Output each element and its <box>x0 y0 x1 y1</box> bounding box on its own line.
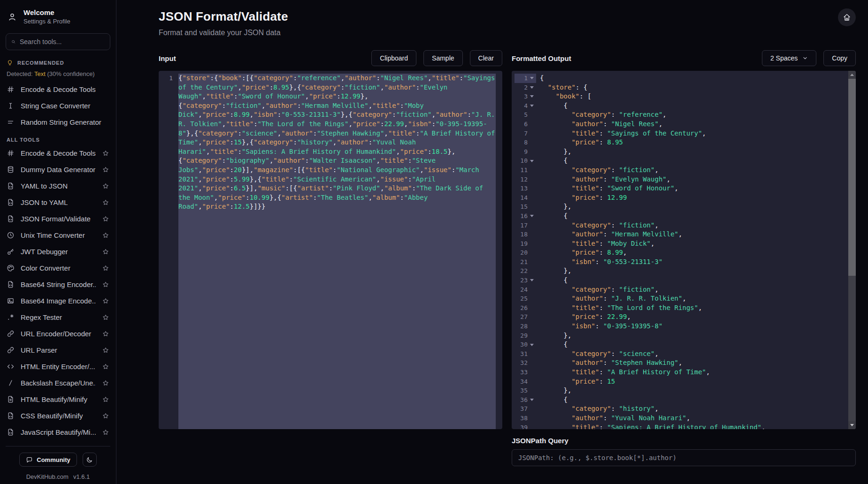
indent-select-value: 2 Spaces <box>770 54 798 62</box>
profile-subtitle: Settings & Profile <box>23 18 70 25</box>
clear-button[interactable]: Clear <box>470 50 502 66</box>
sidebar-item-label: YAML to JSON <box>21 182 96 190</box>
sidebar-item[interactable]: Backslash Escape/Une... <box>6 375 110 391</box>
collapse-chevron-icon[interactable] <box>528 83 536 92</box>
output-line-number: 19 <box>515 239 528 249</box>
sidebar-item[interactable]: JWT Debugger <box>6 243 110 260</box>
star-icon[interactable] <box>102 314 109 321</box>
sidebar-item[interactable]: JSON to YAML <box>6 194 110 211</box>
collapse-chevron-icon[interactable] <box>528 212 536 221</box>
star-icon[interactable] <box>102 396 109 403</box>
file-code-icon <box>7 215 15 223</box>
community-button[interactable]: Community <box>19 453 77 467</box>
collapse-chevron-icon[interactable] <box>528 395 536 405</box>
database-icon <box>7 166 15 174</box>
star-icon[interactable] <box>102 232 109 239</box>
sidebar-item[interactable]: CSS Beautify/Minify <box>6 408 110 424</box>
sidebar-item[interactable]: HTML Beautify/Minify <box>6 391 110 408</box>
sample-button[interactable]: Sample <box>423 50 462 66</box>
sidebar-item[interactable]: Base64 String Encoder... <box>6 276 110 293</box>
sidebar-item[interactable]: Encode & Decode Tools <box>6 145 110 161</box>
slash-icon <box>7 379 15 387</box>
star-icon[interactable] <box>102 412 109 420</box>
detected-info: Detected: Text (30% confidence) <box>6 70 110 77</box>
sidebar-item[interactable]: String Case Converter <box>6 98 110 114</box>
file-code-icon <box>7 280 15 288</box>
sidebar-item-label: String Case Converter <box>21 102 109 110</box>
output-line: 2 "store": { <box>515 83 856 92</box>
star-icon[interactable] <box>102 379 109 387</box>
output-line-number: 9 <box>515 147 528 157</box>
output-scrollbar[interactable] <box>848 71 856 429</box>
sidebar-item[interactable]: URL Encoder/Decoder <box>6 325 110 342</box>
sidebar-item-label: Base64 String Encoder... <box>21 280 96 288</box>
output-line-number: 4 <box>515 101 528 111</box>
sidebar-item-label: Encode & Decode Tools <box>21 149 96 157</box>
profile-button[interactable]: Welcome Settings & Profile <box>6 8 110 26</box>
star-icon[interactable] <box>102 330 109 338</box>
chevron-down-icon <box>802 55 808 61</box>
sidebar-item[interactable]: Random String Generator <box>6 114 110 130</box>
star-icon[interactable] <box>102 150 109 157</box>
indent-select[interactable]: 2 Spaces <box>762 50 816 66</box>
sidebar-item[interactable]: Dummy Data Generator <box>6 161 110 178</box>
output-line: 35 }, <box>515 386 856 395</box>
sidebar-item-label: Color Converter <box>21 264 96 272</box>
star-icon[interactable] <box>102 199 109 206</box>
sidebar-item[interactable]: Color Converter <box>6 260 110 276</box>
output-line: 23 { <box>515 276 856 285</box>
output-line: 14 "price": 12.99 <box>515 193 856 203</box>
star-icon[interactable] <box>102 182 109 190</box>
sidebar-item[interactable]: Encode & Decode Tools <box>6 81 110 98</box>
page-subtitle: Format and validate your JSON data <box>159 28 856 38</box>
collapse-chevron-icon[interactable] <box>528 276 536 285</box>
sidebar-item[interactable]: YAML to JSON <box>6 178 110 194</box>
collapse-chevron-icon[interactable] <box>528 74 536 83</box>
scroll-up-button[interactable] <box>848 71 856 79</box>
sidebar-item[interactable]: Unix Time Converter <box>6 227 110 243</box>
recommended-header-label: RECOMMENDED <box>17 60 64 66</box>
sidebar-item[interactable]: HTML Entity Encoder/... <box>6 358 110 375</box>
home-button[interactable] <box>838 8 856 26</box>
star-icon[interactable] <box>102 215 109 223</box>
scrollbar-thumb[interactable] <box>848 79 856 276</box>
star-icon[interactable] <box>102 429 109 436</box>
sidebar-item[interactable]: JavaScript Beautify/Mi... <box>6 424 110 440</box>
output-line: 1{ <box>515 74 856 83</box>
star-icon[interactable] <box>102 297 109 305</box>
output-line: 3 "book": [ <box>515 92 856 101</box>
sidebar-item[interactable]: JSON Format/Validate <box>6 211 110 227</box>
sidebar-item[interactable]: Regex Tester <box>6 309 110 325</box>
sidebar-item-label: Base64 Image Encode... <box>21 297 96 305</box>
collapse-chevron-icon[interactable] <box>528 92 536 101</box>
input-editor[interactable]: 1 {"store":{"book":[{"category":"referen… <box>159 71 502 429</box>
theme-toggle-button[interactable] <box>83 453 97 467</box>
output-line-number: 36 <box>515 395 528 405</box>
star-icon[interactable] <box>102 265 109 272</box>
sidebar-item[interactable]: Base64 Image Encode... <box>6 293 110 309</box>
collapse-chevron-icon[interactable] <box>528 340 536 349</box>
formatted-output-viewer: 1{2 "store": {3 "book": [4 {5 "category"… <box>512 71 856 429</box>
file-code-icon <box>7 198 15 206</box>
scroll-down-button[interactable] <box>848 421 856 429</box>
sidebar-item[interactable]: URL Parser <box>6 342 110 358</box>
clipboard-button[interactable]: Clipboard <box>371 50 416 66</box>
collapse-chevron-icon[interactable] <box>528 101 536 111</box>
output-line: 39 "title": "Sapiens: A Brief History of… <box>515 423 856 429</box>
star-icon[interactable] <box>102 281 109 288</box>
star-icon[interactable] <box>102 166 109 174</box>
input-column: Input Clipboard Sample Clear 1 {"store":… <box>159 50 502 466</box>
star-icon[interactable] <box>102 363 109 371</box>
copy-button[interactable]: Copy <box>823 50 856 66</box>
star-icon[interactable] <box>102 248 109 256</box>
profile-title: Welcome <box>23 8 70 16</box>
jsonpath-input[interactable] <box>512 449 856 466</box>
sidebar-item-label: Dummy Data Generator <box>21 166 96 174</box>
search-input[interactable] <box>20 38 105 45</box>
output-line: 16 { <box>515 212 856 221</box>
output-line: 10 { <box>515 156 856 166</box>
collapse-chevron-icon[interactable] <box>528 156 536 166</box>
output-line: 25 "author": "J. R. R. Tolkien", <box>515 294 856 303</box>
jsonpath-label: JSONPath Query <box>512 437 856 445</box>
star-icon[interactable] <box>102 347 109 354</box>
